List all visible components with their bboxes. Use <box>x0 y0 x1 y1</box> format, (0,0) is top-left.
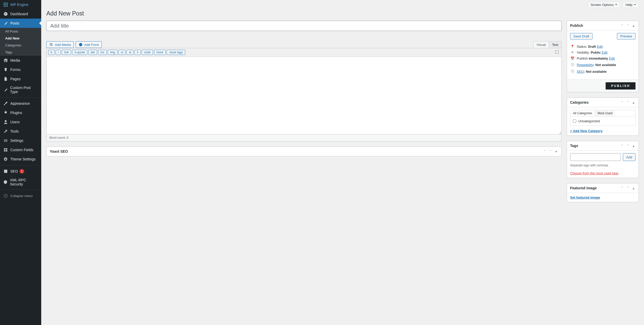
quicktag-img[interactable]: img <box>108 50 117 55</box>
tab-most-used[interactable]: Most Used <box>595 110 615 116</box>
panel-up-icon[interactable]: ˄ <box>620 186 624 190</box>
calendar-icon: 📅 <box>570 56 575 60</box>
category-checkbox[interactable] <box>573 119 576 123</box>
chevron-down-icon <box>634 4 636 6</box>
submenu-tags[interactable]: Tags <box>0 49 41 56</box>
sidebar-item-themesettings[interactable]: Theme Settings <box>0 155 41 164</box>
quicktag-more[interactable]: more <box>154 50 166 55</box>
tab-visual[interactable]: Visual <box>533 42 549 48</box>
seo-row: Ⓨ SEO: Not available <box>570 68 635 75</box>
panel-down-icon[interactable]: ˅ <box>626 24 630 28</box>
forms-icon <box>3 67 8 72</box>
yoast-icon: Ⓨ <box>570 69 575 74</box>
content-textarea[interactable] <box>47 57 561 134</box>
publish-button[interactable]: PUBLISH <box>606 82 635 90</box>
publish-panel: Publish ˄ ˅ ▴ Save Draft Preview 📍 <box>567 21 639 92</box>
quicktag-close-tags[interactable]: close tags <box>167 50 185 55</box>
sidebar-item-cpt[interactable]: Custom Post Type <box>0 84 41 96</box>
quicktag-ul[interactable]: ul <box>118 50 125 55</box>
set-featured-image-link[interactable]: Set featured image <box>570 196 600 199</box>
add-media-button[interactable]: Add Media <box>46 41 74 48</box>
svg-rect-1 <box>5 3 6 4</box>
edit-visibility-link[interactable]: Edit <box>602 51 607 54</box>
wrench-icon <box>3 129 8 134</box>
sidebar-item-media[interactable]: Media <box>0 56 41 65</box>
submenu-all-posts[interactable]: All Posts <box>0 28 41 35</box>
panel-toggle-icon[interactable]: ▴ <box>631 186 635 190</box>
word-count-status: Word count: 0 <box>47 134 561 141</box>
sidebar-item-wpengine[interactable]: WP Engine <box>0 0 41 9</box>
quicktag-i[interactable]: i <box>56 50 61 55</box>
svg-rect-8 <box>7 6 8 7</box>
sidebar-item-plugins[interactable]: Plugins <box>0 108 41 117</box>
quicktag-del[interactable]: del <box>88 50 97 55</box>
panel-down-icon[interactable]: ˅ <box>548 150 553 153</box>
add-form-button[interactable]: Add Form <box>76 41 102 48</box>
sliders-icon <box>3 138 8 143</box>
preview-button[interactable]: Preview <box>617 33 635 39</box>
sidebar-item-dashboard[interactable]: Dashboard <box>0 9 41 19</box>
sidebar-item-xmlrpc[interactable]: XML-RPC Security <box>0 176 41 188</box>
quicktag-link[interactable]: link <box>62 50 71 55</box>
panel-up-icon[interactable]: ˄ <box>620 101 624 104</box>
categories-panel: Categories ˄ ˅ ▴ All Categories Most Use… <box>567 98 639 136</box>
featured-title: Featured image <box>570 186 620 190</box>
category-item[interactable]: Uncategorized <box>573 119 633 123</box>
quicktag-b[interactable]: b <box>48 50 55 55</box>
panel-up-icon[interactable]: ˄ <box>543 150 547 153</box>
panel-up-icon[interactable]: ˄ <box>620 24 624 28</box>
sidebar-label: Custom Post Type <box>10 86 38 94</box>
sidebar-label: Settings <box>10 139 23 143</box>
sidebar-item-settings[interactable]: Settings <box>0 136 41 145</box>
panel-toggle-icon[interactable]: ▾ <box>554 150 558 153</box>
panel-toggle-icon[interactable]: ▴ <box>631 24 635 28</box>
submenu-add-new[interactable]: Add New <box>0 35 41 42</box>
fullscreen-icon[interactable] <box>555 50 560 55</box>
tab-all-categories[interactable]: All Categories <box>570 110 595 116</box>
sidebar-item-customfields[interactable]: Custom Fields <box>0 145 41 155</box>
edit-status-link[interactable]: Edit <box>597 45 603 48</box>
svg-rect-6 <box>4 6 5 7</box>
collapse-menu[interactable]: Collapse menu <box>0 191 41 200</box>
quicktag-ol[interactable]: ol <box>126 50 133 55</box>
submenu-categories[interactable]: Categories <box>0 42 41 49</box>
tab-text[interactable]: Text <box>549 42 561 48</box>
sidebar-item-tools[interactable]: Tools <box>0 127 41 136</box>
quicktag-code[interactable]: code <box>142 50 153 55</box>
page-icon <box>3 76 8 82</box>
tags-input[interactable] <box>570 153 621 161</box>
quicktag-ins[interactable]: ins <box>98 50 107 55</box>
post-title-input[interactable] <box>46 21 562 31</box>
readability-row: Ⓨ Readability: Not available <box>570 61 635 68</box>
panel-up-icon[interactable]: ˄ <box>620 144 624 148</box>
sidebar-item-posts[interactable]: Posts <box>0 19 41 28</box>
add-tag-button[interactable]: Add <box>623 153 635 161</box>
tags-title: Tags <box>570 144 620 148</box>
seo-link[interactable]: SEO <box>577 70 584 74</box>
help-button[interactable]: Help <box>623 2 639 8</box>
save-draft-button[interactable]: Save Draft <box>570 33 592 39</box>
sidebar-item-appearance[interactable]: Appearance <box>0 99 41 108</box>
media-icon <box>3 58 8 63</box>
sidebar-item-pages[interactable]: Pages <box>0 74 41 84</box>
quicktag-b-quote[interactable]: b-quote <box>72 50 87 55</box>
sidebar-label: Appearance <box>10 101 30 105</box>
quicktag-li[interactable]: li <box>134 50 140 55</box>
sidebar-item-users[interactable]: Users <box>0 117 41 127</box>
choose-tags-link[interactable]: Choose from the most used tags <box>570 171 618 175</box>
panel-toggle-icon[interactable]: ▴ <box>631 101 635 104</box>
screen-options-button[interactable]: Screen Options <box>588 2 620 8</box>
readability-link[interactable]: Readability <box>577 63 593 67</box>
panel-down-icon[interactable]: ˅ <box>626 144 630 148</box>
sidebar-label: Forms <box>10 68 21 72</box>
sidebar-item-forms[interactable]: Forms <box>0 65 41 74</box>
publish-title: Publish <box>570 23 620 28</box>
edit-schedule-link[interactable]: Edit <box>609 56 615 60</box>
panel-toggle-icon[interactable]: ▴ <box>631 144 635 148</box>
svg-rect-3 <box>4 4 5 5</box>
sidebar-item-seo[interactable]: SEO 1 <box>0 167 41 176</box>
panel-down-icon[interactable]: ˅ <box>626 101 630 104</box>
add-category-link[interactable]: + Add New Category <box>570 129 603 133</box>
panel-down-icon[interactable]: ˅ <box>626 186 630 190</box>
posts-submenu: All Posts Add New Categories Tags <box>0 28 41 56</box>
